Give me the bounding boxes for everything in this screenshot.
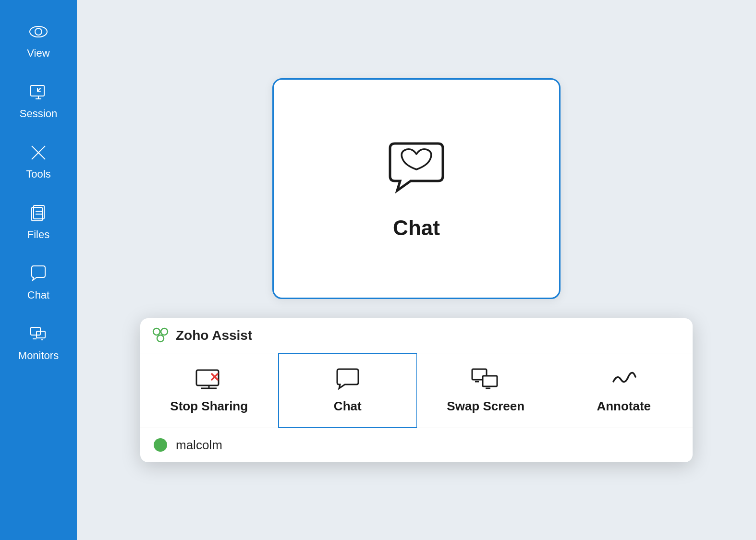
stop-sharing-icon — [195, 367, 223, 392]
sidebar-item-files[interactable]: Files — [0, 191, 77, 252]
main-content: Chat Zoho Assist — [77, 0, 756, 540]
sidebar-item-session[interactable]: Session — [0, 70, 77, 131]
chat-action-label: Chat — [334, 399, 362, 414]
chat-main-card: Chat — [272, 78, 561, 299]
swap-screen-label: Swap Screen — [447, 399, 524, 414]
zoho-assist-dialog: Zoho Assist Stop Sharing Chat — [140, 318, 693, 462]
action-buttons-row: Stop Sharing Chat Swap Screen — [140, 353, 693, 428]
sidebar-item-label-chat: Chat — [27, 289, 49, 301]
sidebar-item-label-tools: Tools — [26, 168, 50, 180]
tools-icon — [27, 141, 50, 164]
session-icon — [27, 81, 50, 104]
svg-point-0 — [35, 28, 42, 35]
view-icon — [27, 20, 50, 43]
annotate-button[interactable]: Annotate — [555, 353, 693, 428]
svg-point-14 — [161, 328, 168, 335]
sidebar-item-view[interactable]: View — [0, 10, 77, 70]
dialog-title: Zoho Assist — [176, 328, 252, 343]
stop-sharing-label: Stop Sharing — [170, 399, 248, 414]
stop-sharing-button[interactable]: Stop Sharing — [140, 353, 279, 428]
zoho-logo-icon — [152, 327, 169, 344]
dialog-header: Zoho Assist — [140, 318, 693, 353]
swap-screen-icon — [471, 367, 500, 392]
chat-card-title: Chat — [393, 216, 440, 240]
sidebar-item-label-session: Session — [20, 108, 57, 120]
chat-action-icon — [333, 367, 362, 392]
chat-action-button[interactable]: Chat — [278, 353, 418, 428]
sidebar-item-label-monitors: Monitors — [18, 349, 59, 362]
user-name: malcolm — [176, 438, 222, 453]
swap-screen-button[interactable]: Swap Screen — [417, 353, 555, 428]
files-icon — [27, 202, 50, 225]
user-row: malcolm — [140, 428, 693, 462]
svg-point-15 — [157, 335, 164, 342]
sidebar-item-chat[interactable]: Chat — [0, 252, 77, 312]
sidebar-item-label-files: Files — [27, 228, 49, 241]
sidebar-item-monitors[interactable]: Monitors — [0, 312, 77, 372]
sidebar-item-label-view: View — [27, 47, 49, 60]
user-status-dot — [154, 438, 167, 452]
chat-large-icon — [383, 137, 450, 206]
chat-sidebar-icon — [27, 262, 50, 285]
monitors-icon — [27, 323, 50, 346]
annotate-icon — [610, 367, 638, 392]
sidebar-item-tools[interactable]: Tools — [0, 131, 77, 191]
svg-point-13 — [153, 328, 160, 335]
svg-rect-22 — [483, 376, 497, 386]
sidebar: View Session Tools — [0, 0, 77, 540]
zoho-logo — [152, 327, 169, 344]
annotate-label: Annotate — [597, 399, 651, 414]
